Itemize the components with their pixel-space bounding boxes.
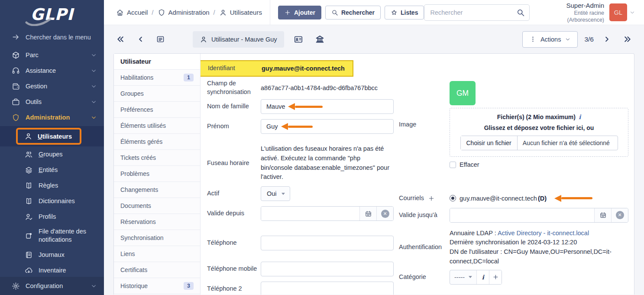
sidebar-item-configuration[interactable]: Configuration [0, 277, 104, 295]
sidebar-item-outils[interactable]: Outils [0, 94, 104, 110]
sidebar-item-utilisateurs[interactable]: Utilisateurs [16, 128, 81, 145]
search-button[interactable]: Rechercher [325, 6, 381, 19]
sidebar-menu-search[interactable]: Chercher dans le menu [0, 29, 104, 47]
book-icon [25, 197, 33, 205]
add-email-icon[interactable] [428, 195, 435, 202]
header-actions: Ajouter Rechercher Listes [270, 0, 424, 25]
phone-input[interactable] [261, 236, 394, 250]
top-header: Accueil / Administration / Utilisateurs … [104, 0, 644, 25]
next-record-button[interactable] [600, 32, 614, 46]
tab-elements-geres[interactable]: Éléments gérés [114, 134, 200, 150]
file-input[interactable]: Choisir un fichier Aucun fichier n'a été… [460, 136, 618, 150]
sidebar-item-parc[interactable]: Parc [0, 47, 104, 63]
valid-since-input[interactable] [261, 207, 359, 220]
tab-badge: 3 [184, 282, 194, 290]
clear-image-checkbox[interactable] [450, 162, 456, 168]
tab-groupes[interactable]: Groupes [114, 86, 200, 102]
sidebar-item-dictionnaires[interactable]: Dictionnaires [0, 193, 104, 209]
emails-label-wrap: Courriels [399, 194, 450, 203]
breadcrumb-utilisateurs[interactable]: Utilisateurs [219, 9, 262, 16]
tab-synchronisation[interactable]: Synchronisation [114, 230, 200, 246]
email-value: guy.mauve@it-connect.tech [460, 195, 537, 202]
valid-since-label: Valide depuis [207, 209, 261, 218]
tab-documents[interactable]: Documents [114, 198, 200, 214]
sidebar-item-journaux[interactable]: Journaux [0, 247, 104, 263]
user-block[interactable]: Super-Admin Entité racine (Arborescence) [539, 1, 604, 24]
authentication-row: Authentification Annuaire LDAP : Active … [399, 229, 628, 266]
sidebar-item-groupes[interactable]: Groupes [0, 146, 104, 162]
default-email-radio[interactable] [450, 195, 456, 201]
arrow-right-icon [12, 33, 20, 41]
sidebar-item-administration[interactable]: Administration [0, 110, 104, 125]
tab-reservations[interactable]: Réservations [114, 214, 200, 230]
last-record-button[interactable] [620, 32, 634, 46]
previous-record-button[interactable] [134, 32, 147, 46]
tab-tickets-crees[interactable]: Tickets créés [114, 150, 200, 166]
sync-field-label: Champ de synchronisation [207, 79, 261, 96]
lists-button[interactable]: Listes [385, 6, 424, 19]
authentication-info: Annuaire LDAP : Active Directory - it-co… [450, 229, 628, 266]
choose-file-button[interactable]: Choisir un fichier [461, 136, 518, 150]
tab-changements[interactable]: Changements [114, 182, 200, 198]
shield-icon [158, 9, 165, 16]
list-view-button[interactable] [153, 32, 168, 46]
first-record-button[interactable] [113, 32, 128, 46]
category-select[interactable]: ----- [450, 270, 476, 284]
lastname-input[interactable] [261, 99, 394, 114]
tab-historique[interactable]: Historique3 [114, 278, 200, 294]
clear-image-row: Effacer [450, 161, 628, 168]
clear-date-button[interactable]: ✕ [376, 207, 393, 220]
sidebar-item-gestion[interactable]: Gestion [0, 78, 104, 94]
global-search-input[interactable] [424, 4, 529, 21]
calendar-button[interactable] [594, 208, 611, 222]
ldap-directory-link[interactable]: Active Directory - it-connect.local [498, 230, 589, 237]
mobile-input[interactable] [261, 262, 394, 276]
sidebar-item-regles[interactable]: Règles [0, 178, 104, 193]
phone2-input[interactable] [261, 282, 394, 295]
entity-button[interactable] [313, 32, 327, 47]
sidebar-item-entites[interactable]: Entités [0, 162, 104, 178]
tab-preferences[interactable]: Préférences [114, 102, 200, 118]
sidebar-item-profils[interactable]: Profils [0, 209, 104, 224]
clear-date-button[interactable]: ✕ [611, 208, 628, 222]
tab-certificats[interactable]: Certificats [114, 262, 200, 278]
tab-label: Groupes [120, 90, 144, 97]
chevrons-right-icon [623, 35, 632, 44]
valid-until-input[interactable] [450, 208, 594, 222]
sidebar-item-label: Outils [26, 98, 42, 105]
glpi-logo[interactable]: GLPI [0, 0, 104, 29]
active-select[interactable]: Oui [261, 186, 290, 201]
tab-habilitations[interactable]: Habilitations1 [114, 70, 200, 86]
info-icon[interactable]: i [579, 113, 581, 120]
add-button[interactable]: Ajouter [278, 6, 321, 19]
category-info-button[interactable]: i [476, 270, 489, 284]
tab-problemes[interactable]: Problèmes [114, 166, 200, 182]
default-email-suffix: (D) [538, 195, 547, 202]
category-controls: ----- i [450, 270, 502, 285]
actions-button[interactable]: Actions [522, 31, 578, 48]
sidebar-item-label: Configuration [26, 282, 63, 289]
chevron-down-icon [91, 99, 97, 105]
tab-liens[interactable]: Liens [114, 246, 200, 262]
sidebar-item-inventaire[interactable]: Inventaire [0, 263, 104, 278]
tab-elements-utilises[interactable]: Éléments utilisés [114, 118, 200, 134]
breadcrumb-accueil[interactable]: Accueil [116, 9, 148, 16]
search-icon[interactable] [516, 8, 525, 17]
chevron-left-icon [136, 35, 145, 43]
firstname-input[interactable] [261, 119, 394, 134]
tab-label: Réservations [120, 218, 156, 225]
vcard-button[interactable] [291, 32, 306, 47]
calendar-button[interactable] [359, 207, 376, 220]
category-add-button[interactable] [489, 270, 502, 284]
sidebar-item-assistance[interactable]: Assistance [0, 63, 104, 78]
calendar-icon [365, 210, 372, 217]
record-tab[interactable]: Utilisateur - Mauve Guy [193, 31, 284, 48]
user-avatar[interactable]: GL [609, 3, 627, 21]
breadcrumb-administration[interactable]: Administration [158, 9, 210, 16]
sidebar-item-file-attente-notifications[interactable]: File d'attente des notifications [0, 224, 104, 247]
user-form: Identifiant guy.mauve@it-connect.tech Ch… [201, 54, 634, 295]
tab-utilisateur[interactable]: Utilisateur [114, 54, 200, 70]
chevron-down-icon[interactable] [629, 10, 635, 16]
file-dropzone[interactable]: Fichier(s) (2 Mio maximum) i Glissez et … [450, 108, 628, 157]
image-label: Image [399, 120, 450, 129]
